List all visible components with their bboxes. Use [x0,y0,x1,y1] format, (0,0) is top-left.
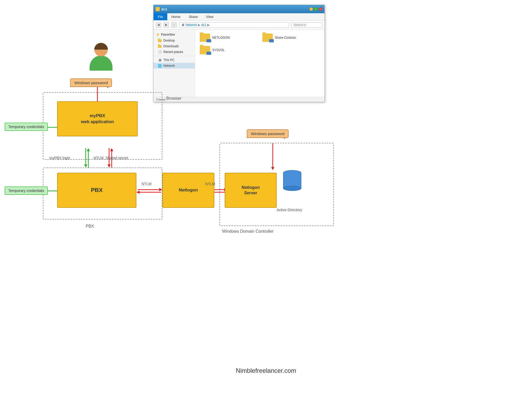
path-arrow1: ▶ [198,23,200,27]
windows-password-badge-bottom: Windows password [247,129,289,138]
ntlm-shared-label: NTLM, Shared secret [94,156,128,160]
sidebar-item-thispc[interactable]: 🖥 This PC [154,57,195,63]
pc-icon: 🖥 [181,23,184,27]
browser-label: Browser [166,96,182,101]
titlebar-buttons [309,7,322,11]
minimize-button[interactable] [309,7,313,11]
temp-cred-top-label: Temporary credentials [8,125,44,129]
netlogon-server-box: Netlogon Server [225,173,277,208]
footer-text: Nimblefreelancer.com [236,367,296,374]
windows-password-badge-top: Windows password [70,78,112,87]
search-input[interactable]: Search d [291,22,322,28]
db-bottom-curve [283,186,301,191]
address-dc1: dc1 [201,23,206,27]
downloads-label: Downloads [163,44,179,48]
sidebar-item-desktop[interactable]: Desktop [154,38,195,43]
back-button[interactable]: ◀ [156,22,161,28]
network-icon: 🌐 [158,64,162,68]
share-contoso-folder-icon [262,34,273,42]
path-arrow2: ▶ [207,23,210,27]
netlogon-box: Netlogon [162,173,214,208]
address-network: Network [185,23,197,27]
sysvol-network-badge [207,52,211,55]
sysvol-label: SYSVOL [212,48,225,52]
sidebar-item-network[interactable]: 🌐 Network [154,63,195,69]
share-contoso-network-badge [269,39,274,42]
maximize-button[interactable] [314,7,318,11]
footer: Nimblefreelancer.com [236,367,296,374]
pbx-box: PBX [57,173,136,208]
windows-password-bottom-label: Windows password [251,131,284,136]
explorer-body: ★ Favorites Desktop Downloads 🕐 Recent p… [154,29,324,97]
user-body [90,56,112,71]
svg-marker-3 [84,164,87,168]
tab-view[interactable]: View [202,13,217,20]
temp-cred-badge-top: Temporary credentials [5,123,48,131]
favorites-star-icon: ★ [156,32,159,37]
explorer-window: dc1 File Home Share View ◀ ▶ ↑ 🖥 Network… [153,5,325,102]
sidebar-divider1 [154,56,195,56]
titlebar: dc1 [154,5,324,13]
temp-cred-bottom-label: Temporary credentials [8,189,44,193]
netlogon-label: Netlogon [179,187,198,193]
up-button[interactable]: ↑ [171,22,177,28]
mypbx-webapp-box: myPBX web application [57,101,138,136]
ntlm-label2: NTLM [205,182,215,186]
sidebar-item-recent[interactable]: 🕐 Recent places [154,49,195,55]
desktop-icon [158,38,162,43]
favorites-label: Favorites [161,33,175,36]
ntlm-label1: NTLM [142,182,151,186]
recent-label: Recent places [163,50,183,54]
share-contoso-label: Share-Contoso [275,36,296,39]
mypbx-login-label: myPBX login [49,156,70,160]
close-button[interactable] [319,7,322,11]
thispc-label: This PC [163,58,175,62]
pc-icon: 🖥 [158,58,162,62]
sidebar-item-downloads[interactable]: Downloads [154,43,195,49]
titlebar-left: dc1 [156,7,167,11]
folder-sysvol[interactable]: SYSVOL [198,45,259,55]
netlogon-label: NETLOGON [212,36,230,39]
wdc-label: Windows Domain Controller [222,229,274,234]
pbx-label: PBX [91,187,103,194]
address-path[interactable]: 🖥 Network ▶ dc1 ▶ [179,22,289,28]
folder-netlogon[interactable]: NETLOGON [198,32,259,43]
downloads-icon [158,44,162,48]
forward-button[interactable]: ▶ [163,22,169,28]
svg-marker-7 [108,164,111,168]
netlogon-server-label: Netlogon Server [242,185,260,196]
tab-home[interactable]: Home [167,13,185,20]
sidebar: ★ Favorites Desktop Downloads 🕐 Recent p… [154,29,195,97]
window-title: dc1 [161,7,167,11]
user-figure [90,43,112,71]
desktop-label: Desktop [163,39,175,42]
folder-share-contoso[interactable]: Share-Contoso [261,32,321,43]
temp-cred-badge-bottom: Temporary credentials [5,187,48,195]
recent-icon: 🕐 [158,50,162,54]
user-head [94,43,108,56]
active-directory-label: Active Directory [277,208,302,212]
active-directory-cylinder [283,170,301,191]
netlogon-network-badge [207,39,211,42]
network-label: Network [163,64,175,68]
ribbon: File Home Share View [154,13,324,21]
tab-share[interactable]: Share [185,13,202,20]
netlogon-folder-icon [200,34,210,42]
mypbx-webapp-label: myPBX web application [81,113,114,124]
explorer-content: NETLOGON Share-Contoso SYSVOL [195,29,324,97]
pbx-section-label: PBX [86,224,94,229]
user-hair [94,43,108,50]
window-icon [156,7,160,11]
tab-file[interactable]: File [154,13,167,20]
windows-password-top-label: Windows password [74,81,108,85]
sysvol-folder-icon [200,46,210,54]
addressbar: ◀ ▶ ↑ 🖥 Network ▶ dc1 ▶ Search d [154,21,324,29]
favorites-header: ★ Favorites [154,31,195,38]
